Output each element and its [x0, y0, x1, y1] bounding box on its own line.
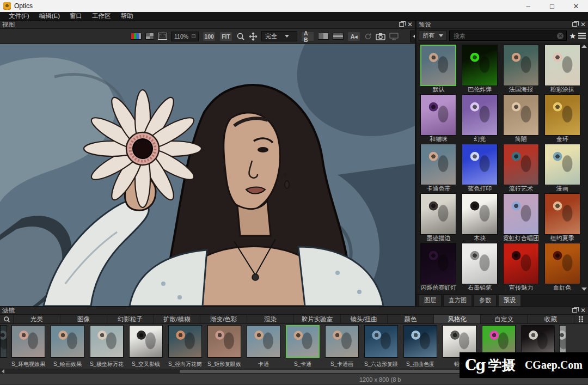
filter-thumbnail [247, 325, 280, 358]
preset-item[interactable]: 墨迹描边 [419, 193, 458, 242]
zoom-fit-button[interactable]: FIT [219, 32, 232, 41]
float-panel-icon[interactable] [572, 308, 577, 313]
tab-layers[interactable]: 图层 [419, 295, 442, 306]
filter-search-icon[interactable] [0, 315, 13, 323]
close-panel-icon[interactable]: ✕ [580, 22, 586, 27]
filter-thumbnail [286, 325, 320, 358]
preset-item[interactable]: 木块 [461, 193, 499, 242]
filter-thumbnail [11, 325, 45, 358]
preset-item[interactable]: 纽约夏季 [543, 193, 581, 242]
filter-item[interactable]: S_坏电视效果 [10, 325, 46, 368]
filter-category-7[interactable]: 镜头/扭曲 [340, 315, 387, 323]
scroll-up-icon[interactable] [581, 45, 587, 48]
filter-category-8[interactable]: 颜色 [387, 315, 434, 323]
preset-search-row: 所有 ✕ ★ [416, 29, 588, 42]
grid-view-icon[interactable] [574, 315, 588, 323]
magnifier-icon[interactable] [236, 31, 245, 42]
zoom-stepper[interactable] [192, 34, 195, 38]
preset-item[interactable]: 简陋 [502, 94, 541, 143]
preset-item[interactable]: 默认 [419, 45, 458, 93]
image-canvas[interactable] [0, 44, 415, 306]
filter-item[interactable]: S_交叉影线 [128, 325, 164, 368]
filter-item[interactable]: S_六边形复眼 [363, 325, 399, 368]
filter-item[interactable] [0, 325, 7, 358]
filter-item[interactable]: S_卡通画 [324, 325, 360, 368]
menu-item-3[interactable]: 工作区 [88, 12, 115, 20]
tab-histogram[interactable]: 直方图 [443, 295, 472, 306]
maximize-button[interactable]: □ [540, 0, 564, 12]
pan-icon[interactable] [249, 31, 258, 42]
close-button[interactable]: ✕ [564, 0, 588, 12]
preset-item[interactable]: 霓虹灯合唱团 [502, 193, 541, 242]
filter-category-1[interactable]: 图像 [60, 315, 107, 323]
preset-item[interactable]: 法国海报 [502, 45, 541, 93]
view-toolbar: 110% 100 FIT 完全 A B A◂ [0, 29, 415, 44]
region-frame-icon[interactable] [158, 31, 167, 42]
filters-panel-header: 滤镜 ✕ [0, 307, 588, 315]
filter-item[interactable]: S_径向万花筒 [167, 325, 203, 368]
filter-category-10[interactable]: 自定义 [480, 315, 527, 323]
menu-item-0[interactable]: 文件(F) [4, 12, 34, 20]
rgb-channels-icon[interactable] [131, 31, 142, 42]
split-view-icon[interactable] [318, 31, 329, 42]
menu-item-4[interactable]: 帮助 [117, 12, 138, 20]
filter-category-9[interactable]: 风格化 [433, 315, 480, 323]
annotation-icon[interactable]: A◂ [347, 32, 360, 41]
ab-compare-button[interactable]: A B [301, 32, 314, 41]
preset-item[interactable]: 粉彩涂抹 [543, 45, 581, 93]
filter-item[interactable]: S_扭曲色度 [402, 325, 438, 368]
filter-category-6[interactable]: 胶片实验室 [293, 315, 340, 323]
filter-category-0[interactable]: 光类 [13, 315, 60, 323]
zoom-level-input[interactable]: 110% [171, 32, 199, 41]
preset-filter-dropdown[interactable]: 所有 [419, 30, 447, 41]
clear-search-icon[interactable]: ✕ [557, 33, 564, 39]
preset-item[interactable]: 漫画 [543, 144, 581, 192]
minimize-button[interactable]: – [516, 0, 540, 12]
float-panel-icon[interactable] [572, 22, 577, 27]
close-panel-icon[interactable]: ✕ [580, 308, 586, 313]
compare-mode-select[interactable]: 完全 [261, 31, 297, 41]
preset-item[interactable]: 流行艺术 [502, 144, 541, 192]
filter-item[interactable]: S_绘画效果 [50, 325, 85, 368]
search-input[interactable] [452, 32, 555, 40]
filter-item[interactable]: S_矩形复眼效 [206, 325, 242, 368]
scroll-left-icon[interactable] [2, 369, 4, 374]
filter-category-11[interactable]: 收藏 [527, 315, 574, 323]
filter-item[interactable]: S_极坐标万花 [89, 325, 125, 368]
preset-item[interactable]: 巴伦炸弹 [461, 45, 499, 93]
filter-category-4[interactable]: 渐变/色彩 [200, 315, 247, 323]
preset-item[interactable]: 蓝色打印 [461, 144, 499, 192]
preset-item[interactable]: 和猫咪 [419, 94, 458, 143]
tab-presets[interactable]: 预设 [498, 295, 521, 306]
favorites-star-icon[interactable]: ★ [569, 32, 576, 40]
preset-search-box[interactable]: ✕ [449, 30, 567, 41]
alpha-checker-icon[interactable] [145, 31, 154, 42]
filter-thumbnail [207, 325, 241, 358]
filter-category-5[interactable]: 渲染 [247, 315, 293, 323]
filter-item[interactable]: S_卡通 [285, 325, 321, 368]
filter-item[interactable]: 卡通 [246, 325, 281, 368]
preset-item[interactable]: 幻觉 [461, 94, 499, 143]
preset-item[interactable]: 石墨铅笔 [461, 243, 499, 291]
preset-item[interactable]: 金环 [543, 94, 581, 143]
snapshot-camera-icon[interactable] [376, 31, 385, 42]
zoom-100-button[interactable]: 100 [203, 32, 216, 41]
preset-item[interactable]: 宣传魅力 [502, 243, 541, 291]
float-panel-icon[interactable] [399, 22, 404, 27]
preset-item[interactable]: 卡通色带 [419, 144, 458, 192]
menu-hamburger-icon[interactable] [578, 33, 586, 39]
close-panel-icon[interactable]: ✕ [407, 22, 413, 27]
preset-item[interactable]: 闪烁的霓虹灯 [419, 243, 458, 291]
preset-item[interactable]: 血红色 [543, 243, 581, 291]
filter-category-3[interactable]: 扩散/模糊 [153, 315, 200, 323]
edited-photo [0, 44, 415, 306]
tab-parameters[interactable]: 参数 [474, 295, 497, 306]
split-horizontal-icon[interactable] [333, 31, 344, 42]
filter-category-2[interactable]: 幻影粒子 [107, 315, 154, 323]
menu-item-1[interactable]: 编辑(E) [35, 12, 64, 20]
preset-thumbnail [544, 243, 580, 284]
menu-item-2[interactable]: 窗口 [65, 12, 87, 20]
sync-icon[interactable] [364, 31, 372, 42]
external-monitor-icon[interactable] [389, 31, 399, 42]
scroll-down-icon[interactable] [581, 288, 587, 291]
